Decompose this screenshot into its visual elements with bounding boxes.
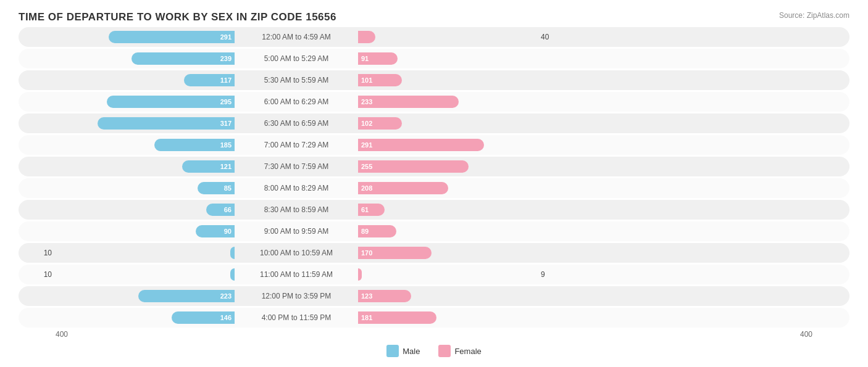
male-bar-area: 146 bbox=[56, 311, 235, 324]
table-row: 858:00 AM to 8:29 AM208 bbox=[19, 178, 849, 198]
legend-female: Female bbox=[438, 345, 481, 357]
male-bar-label: 117 bbox=[217, 76, 235, 84]
time-label: 11:00 AM to 11:59 AM bbox=[235, 270, 358, 279]
male-bar-area: 317 bbox=[56, 117, 235, 130]
male-bar: 295 bbox=[107, 96, 235, 108]
chart-container: TIME OF DEPARTURE TO WORK BY SEX IN ZIP … bbox=[0, 0, 868, 367]
axis-left: 400 bbox=[56, 330, 68, 339]
female-bar: 170 bbox=[358, 247, 432, 259]
female-color-box bbox=[438, 345, 451, 357]
male-bar: 90 bbox=[196, 225, 235, 237]
table-row: 668:30 AM to 8:59 AM61 bbox=[19, 200, 849, 220]
legend-male: Male bbox=[386, 345, 420, 357]
male-bar: 146 bbox=[172, 311, 235, 324]
time-label: 12:00 PM to 3:59 PM bbox=[235, 292, 358, 300]
female-bar-area: 61 bbox=[358, 204, 537, 216]
table-row: 2395:00 AM to 5:29 AM91 bbox=[19, 49, 849, 68]
male-bar bbox=[230, 268, 235, 281]
male-bar-area bbox=[56, 247, 235, 259]
female-bar: 61 bbox=[358, 204, 385, 216]
female-bar-label: 291 bbox=[358, 141, 375, 149]
female-bar: 181 bbox=[358, 311, 436, 324]
table-row: 1217:30 AM to 7:59 AM255 bbox=[19, 157, 849, 176]
male-bar-label: 146 bbox=[217, 314, 235, 321]
female-bar: 208 bbox=[358, 182, 448, 194]
table-row: 1464:00 PM to 11:59 PM181 bbox=[19, 308, 849, 328]
axis-labels: 400 400 bbox=[19, 330, 849, 339]
time-label: 5:00 AM to 5:29 AM bbox=[235, 54, 358, 63]
male-bar: 317 bbox=[98, 117, 235, 130]
female-bar-area: 123 bbox=[358, 290, 537, 302]
male-bar: 121 bbox=[182, 160, 235, 173]
male-bar-area: 223 bbox=[56, 290, 235, 302]
male-bar-label: 223 bbox=[217, 292, 235, 300]
male-bar-area: 239 bbox=[56, 52, 235, 65]
female-bar-area: 101 bbox=[358, 74, 537, 86]
time-label: 10:00 AM to 10:59 AM bbox=[235, 249, 358, 257]
female-bar: 101 bbox=[358, 74, 402, 86]
female-bar-area: 181 bbox=[358, 311, 537, 324]
female-bar-label: 101 bbox=[358, 76, 375, 84]
male-color-box bbox=[386, 345, 399, 357]
time-label: 6:00 AM to 6:29 AM bbox=[235, 97, 358, 106]
axis-right: 400 bbox=[800, 330, 812, 339]
male-bar: 117 bbox=[184, 74, 235, 86]
time-label: 8:30 AM to 8:59 AM bbox=[235, 205, 358, 214]
female-bar-area: 291 bbox=[358, 139, 537, 151]
source-label: Source: ZipAtlas.com bbox=[779, 11, 849, 20]
male-bar: 185 bbox=[154, 139, 235, 151]
female-bar bbox=[358, 31, 375, 43]
male-bar-label: 291 bbox=[217, 33, 235, 41]
table-row: 1175:30 AM to 5:59 AM101 bbox=[19, 70, 849, 90]
table-row: 22312:00 PM to 3:59 PM123 bbox=[19, 286, 849, 306]
chart-title: TIME OF DEPARTURE TO WORK BY SEX IN ZIP … bbox=[19, 11, 849, 23]
female-bar: 255 bbox=[358, 160, 469, 173]
female-value: 40 bbox=[537, 33, 574, 41]
male-bar-area: 291 bbox=[56, 31, 235, 43]
time-label: 4:00 PM to 11:59 PM bbox=[235, 313, 358, 322]
time-label: 7:00 AM to 7:29 AM bbox=[235, 141, 358, 149]
male-bar-area: 66 bbox=[56, 204, 235, 216]
female-bar-label: 89 bbox=[358, 228, 372, 235]
male-bar: 291 bbox=[109, 31, 235, 43]
female-bar: 91 bbox=[358, 52, 398, 65]
female-bar-area bbox=[358, 268, 537, 281]
female-bar-label: 170 bbox=[358, 249, 375, 257]
male-bar-area bbox=[56, 268, 235, 281]
female-bar-label: 181 bbox=[358, 314, 375, 321]
male-bar-area: 121 bbox=[56, 160, 235, 173]
table-row: 29112:00 AM to 4:59 AM40 bbox=[19, 27, 849, 47]
male-bar: 66 bbox=[206, 204, 235, 216]
table-row: 1010:00 AM to 10:59 AM170 bbox=[19, 243, 849, 263]
time-label: 5:30 AM to 5:59 AM bbox=[235, 76, 358, 85]
female-bar: 102 bbox=[358, 117, 402, 130]
female-bar-area: 89 bbox=[358, 225, 537, 237]
male-bar: 85 bbox=[198, 182, 235, 194]
male-bar-label: 85 bbox=[221, 184, 235, 192]
female-label: Female bbox=[454, 347, 481, 356]
time-label: 6:30 AM to 6:59 AM bbox=[235, 119, 358, 128]
male-bar-area: 185 bbox=[56, 139, 235, 151]
female-bar-area: 208 bbox=[358, 182, 537, 194]
female-value: 9 bbox=[537, 270, 574, 279]
table-row: 3176:30 AM to 6:59 AM102 bbox=[19, 113, 849, 133]
female-bar-area: 91 bbox=[358, 52, 537, 65]
male-bar-label: 185 bbox=[217, 141, 235, 149]
male-bar-label: 66 bbox=[221, 206, 235, 213]
time-label: 12:00 AM to 4:59 AM bbox=[235, 33, 358, 41]
male-bar-area: 90 bbox=[56, 225, 235, 237]
table-row: 909:00 AM to 9:59 AM89 bbox=[19, 221, 849, 241]
female-bar-label: 91 bbox=[358, 55, 372, 62]
male-bar: 223 bbox=[138, 290, 235, 302]
male-bar-area: 85 bbox=[56, 182, 235, 194]
female-bar-area bbox=[358, 31, 537, 43]
male-value: 10 bbox=[19, 249, 56, 257]
female-bar-label: 208 bbox=[358, 184, 375, 192]
female-bar-label: 102 bbox=[358, 120, 375, 127]
male-bar-label: 121 bbox=[217, 163, 235, 170]
time-label: 9:00 AM to 9:59 AM bbox=[235, 227, 358, 236]
female-bar bbox=[358, 268, 362, 281]
female-bar-label: 61 bbox=[358, 206, 372, 213]
female-bar: 123 bbox=[358, 290, 411, 302]
male-bar-label: 90 bbox=[221, 228, 235, 235]
